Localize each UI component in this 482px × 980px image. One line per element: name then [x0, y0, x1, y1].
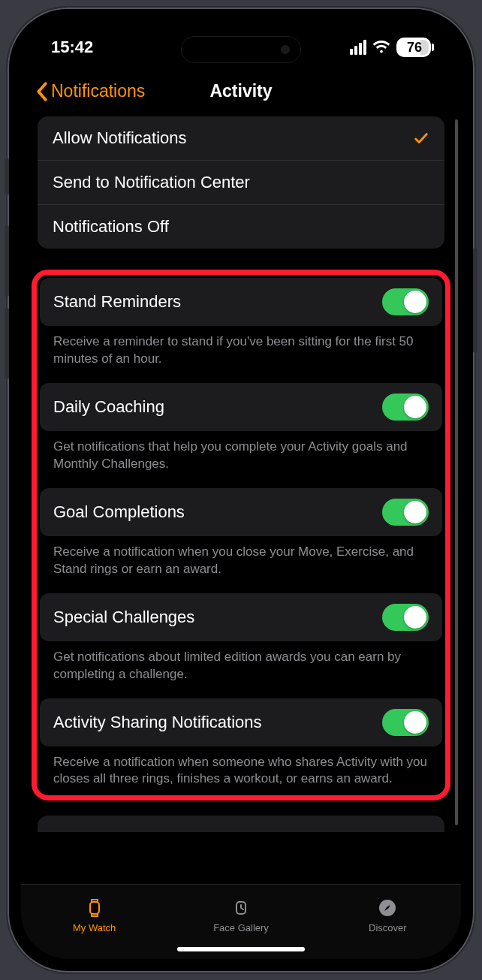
navigation-bar: Notifications Activity: [21, 74, 461, 116]
notification-mode-group: Allow Notifications Send to Notification…: [38, 116, 444, 249]
chevron-left-icon: [36, 82, 48, 101]
cellular-signal-icon: [350, 40, 366, 55]
wifi-icon: [372, 40, 390, 55]
option-label: Notifications Off: [53, 217, 169, 237]
setting-description: Get notifications that help you complete…: [40, 431, 442, 476]
phone-frame: 15:42 76 Notifications: [8, 8, 474, 972]
setting-title: Activity Sharing Notifications: [53, 713, 262, 732]
setting-title: Daily Coaching: [53, 397, 164, 417]
home-indicator[interactable]: [177, 947, 305, 951]
checkmark-icon: [413, 130, 429, 146]
option-label: Allow Notifications: [53, 128, 187, 148]
setting-description: Receive a notification when you close yo…: [40, 536, 442, 581]
toggle-stand-reminders[interactable]: [382, 288, 429, 315]
setting-title: Special Challenges: [53, 608, 194, 627]
setting-title: Stand Reminders: [53, 292, 181, 312]
toggle-special-challenges[interactable]: [382, 604, 429, 631]
tab-label: Discover: [369, 922, 407, 933]
setting-description: Receive a reminder to stand if you've be…: [40, 326, 442, 371]
tab-discover[interactable]: Discover: [315, 885, 461, 945]
highlighted-section: Stand Reminders Receive a reminder to st…: [32, 270, 450, 801]
volume-up-button: [5, 225, 9, 297]
battery-indicator: 76: [396, 38, 431, 57]
next-group-peek: [38, 816, 444, 832]
option-allow-notifications[interactable]: Allow Notifications: [38, 116, 444, 161]
setting-description: Get notifications about limited edition …: [40, 641, 442, 686]
back-label: Notifications: [51, 81, 145, 101]
screen: 15:42 76 Notifications: [21, 21, 461, 959]
toggle-activity-sharing[interactable]: [382, 709, 429, 736]
toggle-goal-completions[interactable]: [382, 499, 429, 526]
tab-face-gallery[interactable]: Face Gallery: [167, 885, 314, 945]
status-time: 15:42: [51, 38, 93, 57]
scroll-indicator[interactable]: [455, 119, 458, 825]
setting-activity-sharing: Activity Sharing Notifications Receive a…: [40, 698, 442, 792]
tab-label: My Watch: [73, 922, 116, 933]
option-send-to-notification-center[interactable]: Send to Notification Center: [38, 161, 444, 205]
setting-stand-reminders: Stand Reminders Receive a reminder to st…: [40, 278, 442, 371]
setting-description: Receive a notification when someone who …: [40, 746, 442, 792]
tab-my-watch[interactable]: My Watch: [21, 885, 167, 945]
tab-label: Face Gallery: [213, 922, 269, 933]
setting-goal-completions: Goal Completions Receive a notification …: [40, 488, 442, 581]
power-button: [473, 248, 477, 353]
watch-icon: [83, 897, 106, 919]
toggle-daily-coaching[interactable]: [382, 394, 429, 421]
content-scroll[interactable]: Allow Notifications Send to Notification…: [21, 116, 461, 884]
setting-title: Goal Completions: [53, 502, 185, 522]
volume-down-button: [5, 308, 9, 379]
setting-daily-coaching: Daily Coaching Get notifications that he…: [40, 383, 442, 476]
option-label: Send to Notification Center: [53, 173, 250, 192]
option-notifications-off[interactable]: Notifications Off: [38, 205, 444, 249]
side-button: [5, 158, 9, 195]
setting-special-challenges: Special Challenges Get notifications abo…: [40, 593, 442, 686]
page-title: Activity: [209, 81, 272, 101]
svg-rect-0: [90, 902, 99, 914]
watch-face-icon: [230, 897, 252, 919]
back-button[interactable]: Notifications: [36, 81, 145, 101]
compass-icon: [376, 897, 399, 919]
dynamic-island: [181, 36, 301, 63]
